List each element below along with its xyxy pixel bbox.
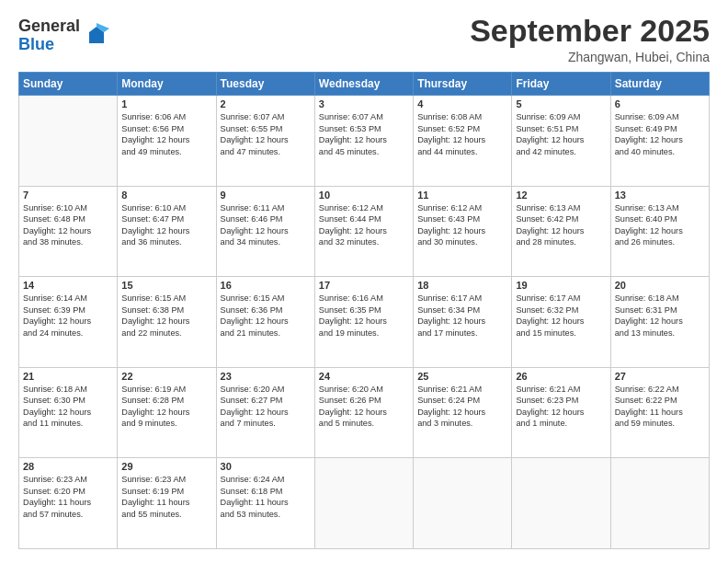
day-number: 14: [23, 280, 113, 291]
calendar-cell: 10Sunrise: 6:12 AMSunset: 6:44 PMDayligh…: [314, 186, 413, 277]
day-number: 5: [516, 98, 606, 109]
cell-info: Sunrise: 6:09 AMSunset: 6:51 PMDaylight:…: [516, 111, 606, 157]
calendar-cell: 11Sunrise: 6:12 AMSunset: 6:43 PMDayligh…: [414, 186, 512, 277]
day-number: 7: [23, 190, 113, 201]
cell-info: Sunrise: 6:18 AMSunset: 6:30 PMDaylight:…: [23, 384, 113, 430]
cell-info: Sunrise: 6:24 AMSunset: 6:18 PMDaylight:…: [221, 474, 311, 520]
calendar-cell: 1Sunrise: 6:06 AMSunset: 6:56 PMDaylight…: [118, 96, 216, 187]
weekday-header-saturday: Saturday: [610, 73, 709, 96]
weekday-header-monday: Monday: [118, 73, 216, 96]
calendar-cell: 24Sunrise: 6:20 AMSunset: 6:26 PMDayligh…: [314, 367, 413, 458]
day-number: 29: [121, 461, 211, 472]
calendar-cell: 21Sunrise: 6:18 AMSunset: 6:30 PMDayligh…: [19, 367, 118, 458]
cell-info: Sunrise: 6:09 AMSunset: 6:49 PMDaylight:…: [615, 111, 705, 157]
cell-info: Sunrise: 6:15 AMSunset: 6:36 PMDaylight:…: [221, 293, 311, 339]
day-number: 27: [615, 371, 705, 382]
day-number: 28: [23, 461, 113, 472]
calendar-cell: 9Sunrise: 6:11 AMSunset: 6:46 PMDaylight…: [216, 186, 314, 277]
calendar-cell: [19, 96, 118, 187]
cell-info: Sunrise: 6:21 AMSunset: 6:24 PMDaylight:…: [417, 384, 507, 430]
day-number: 21: [23, 371, 113, 382]
day-number: 4: [417, 98, 507, 109]
calendar-week-1: 1Sunrise: 6:06 AMSunset: 6:56 PMDaylight…: [19, 96, 710, 187]
cell-info: Sunrise: 6:10 AMSunset: 6:47 PMDaylight:…: [121, 202, 211, 248]
logo: General Blue: [18, 17, 109, 54]
day-number: 19: [516, 280, 606, 291]
cell-info: Sunrise: 6:14 AMSunset: 6:39 PMDaylight:…: [23, 293, 113, 339]
day-number: 26: [516, 371, 606, 382]
calendar-week-5: 28Sunrise: 6:23 AMSunset: 6:20 PMDayligh…: [19, 458, 710, 549]
cell-info: Sunrise: 6:20 AMSunset: 6:26 PMDaylight:…: [319, 384, 409, 430]
day-number: 3: [319, 98, 409, 109]
day-number: 2: [221, 98, 311, 109]
calendar-cell: [314, 458, 413, 549]
day-number: 15: [121, 280, 211, 291]
logo-blue: Blue: [18, 36, 80, 54]
weekday-header-row: SundayMondayTuesdayWednesdayThursdayFrid…: [19, 73, 710, 96]
cell-info: Sunrise: 6:07 AMSunset: 6:55 PMDaylight:…: [221, 111, 311, 157]
cell-info: Sunrise: 6:17 AMSunset: 6:34 PMDaylight:…: [417, 293, 507, 339]
day-number: 18: [417, 280, 507, 291]
logo-text: General Blue: [18, 17, 80, 54]
day-number: 17: [319, 280, 409, 291]
day-number: 9: [221, 190, 311, 201]
cell-info: Sunrise: 6:17 AMSunset: 6:32 PMDaylight:…: [516, 293, 606, 339]
calendar-cell: 29Sunrise: 6:23 AMSunset: 6:19 PMDayligh…: [118, 458, 216, 549]
cell-info: Sunrise: 6:16 AMSunset: 6:35 PMDaylight:…: [319, 293, 409, 339]
calendar-cell: 2Sunrise: 6:07 AMSunset: 6:55 PMDaylight…: [216, 96, 314, 187]
day-number: 8: [121, 190, 211, 201]
cell-info: Sunrise: 6:15 AMSunset: 6:38 PMDaylight:…: [121, 293, 211, 339]
calendar-cell: 28Sunrise: 6:23 AMSunset: 6:20 PMDayligh…: [19, 458, 118, 549]
day-number: 30: [221, 461, 311, 472]
cell-info: Sunrise: 6:08 AMSunset: 6:52 PMDaylight:…: [417, 111, 507, 157]
calendar-cell: [610, 458, 709, 549]
day-number: 11: [417, 190, 507, 201]
day-number: 23: [221, 371, 311, 382]
cell-info: Sunrise: 6:10 AMSunset: 6:48 PMDaylight:…: [23, 202, 113, 248]
cell-info: Sunrise: 6:11 AMSunset: 6:46 PMDaylight:…: [221, 202, 311, 248]
day-number: 10: [319, 190, 409, 201]
calendar-cell: 25Sunrise: 6:21 AMSunset: 6:24 PMDayligh…: [414, 367, 512, 458]
day-number: 1: [121, 98, 211, 109]
day-number: 20: [615, 280, 705, 291]
weekday-header-wednesday: Wednesday: [314, 73, 413, 96]
cell-info: Sunrise: 6:13 AMSunset: 6:40 PMDaylight:…: [615, 202, 705, 248]
cell-info: Sunrise: 6:12 AMSunset: 6:43 PMDaylight:…: [417, 202, 507, 248]
calendar-cell: [414, 458, 512, 549]
calendar-cell: [512, 458, 610, 549]
calendar-cell: 4Sunrise: 6:08 AMSunset: 6:52 PMDaylight…: [414, 96, 512, 187]
weekday-header-sunday: Sunday: [19, 73, 118, 96]
calendar-cell: 27Sunrise: 6:22 AMSunset: 6:22 PMDayligh…: [610, 367, 709, 458]
weekday-header-friday: Friday: [512, 73, 610, 96]
calendar-cell: 13Sunrise: 6:13 AMSunset: 6:40 PMDayligh…: [610, 186, 709, 277]
cell-info: Sunrise: 6:18 AMSunset: 6:31 PMDaylight:…: [615, 293, 705, 339]
calendar-cell: 16Sunrise: 6:15 AMSunset: 6:36 PMDayligh…: [216, 277, 314, 368]
cell-info: Sunrise: 6:21 AMSunset: 6:23 PMDaylight:…: [516, 384, 606, 430]
calendar-week-4: 21Sunrise: 6:18 AMSunset: 6:30 PMDayligh…: [19, 367, 710, 458]
cell-info: Sunrise: 6:20 AMSunset: 6:27 PMDaylight:…: [221, 384, 311, 430]
logo-general: General: [18, 17, 80, 36]
calendar-cell: 14Sunrise: 6:14 AMSunset: 6:39 PMDayligh…: [19, 277, 118, 368]
weekday-header-tuesday: Tuesday: [216, 73, 314, 96]
calendar-cell: 19Sunrise: 6:17 AMSunset: 6:32 PMDayligh…: [512, 277, 610, 368]
calendar-cell: 23Sunrise: 6:20 AMSunset: 6:27 PMDayligh…: [216, 367, 314, 458]
cell-info: Sunrise: 6:07 AMSunset: 6:53 PMDaylight:…: [319, 111, 409, 157]
calendar-cell: 3Sunrise: 6:07 AMSunset: 6:53 PMDaylight…: [314, 96, 413, 187]
month-title: September 2025: [470, 14, 710, 48]
calendar-cell: 7Sunrise: 6:10 AMSunset: 6:48 PMDaylight…: [19, 186, 118, 277]
calendar-cell: 17Sunrise: 6:16 AMSunset: 6:35 PMDayligh…: [314, 277, 413, 368]
calendar-cell: 15Sunrise: 6:15 AMSunset: 6:38 PMDayligh…: [118, 277, 216, 368]
calendar-cell: 30Sunrise: 6:24 AMSunset: 6:18 PMDayligh…: [216, 458, 314, 549]
calendar-week-3: 14Sunrise: 6:14 AMSunset: 6:39 PMDayligh…: [19, 277, 710, 368]
calendar-cell: 5Sunrise: 6:09 AMSunset: 6:51 PMDaylight…: [512, 96, 610, 187]
weekday-header-thursday: Thursday: [414, 73, 512, 96]
logo-icon: [84, 23, 109, 49]
cell-info: Sunrise: 6:22 AMSunset: 6:22 PMDaylight:…: [615, 384, 705, 430]
day-number: 6: [615, 98, 705, 109]
day-number: 16: [221, 280, 311, 291]
calendar-table: SundayMondayTuesdayWednesdayThursdayFrid…: [18, 72, 710, 549]
calendar-cell: 8Sunrise: 6:10 AMSunset: 6:47 PMDaylight…: [118, 186, 216, 277]
calendar-cell: 20Sunrise: 6:18 AMSunset: 6:31 PMDayligh…: [610, 277, 709, 368]
day-number: 25: [417, 371, 507, 382]
day-number: 24: [319, 371, 409, 382]
